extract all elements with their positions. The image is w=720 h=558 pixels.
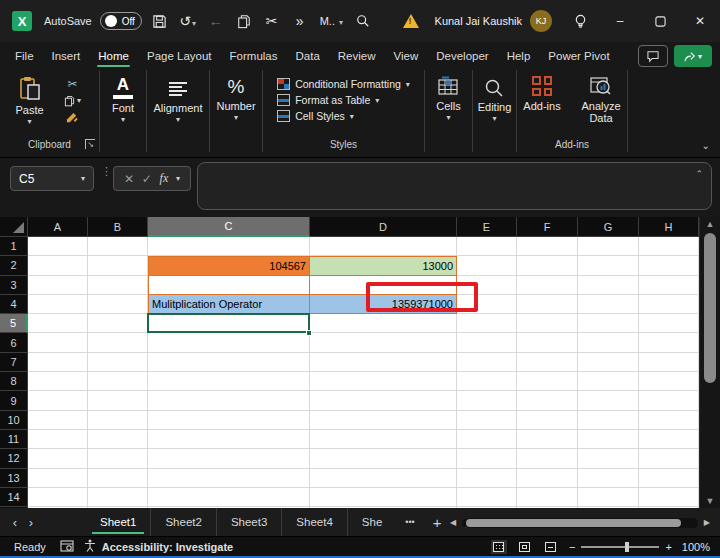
cell-C14[interactable] bbox=[148, 488, 310, 507]
scroll-down-icon[interactable]: ▼ bbox=[700, 494, 720, 508]
column-header-A[interactable]: A bbox=[28, 217, 88, 237]
zoom-slider-thumb[interactable] bbox=[625, 542, 629, 552]
cell-H5[interactable] bbox=[639, 314, 699, 333]
font-button[interactable]: A Font ▾ bbox=[112, 70, 134, 152]
zoom-level[interactable]: 100% bbox=[682, 541, 710, 553]
row-header-14[interactable]: 14 bbox=[0, 488, 28, 507]
cell-A1[interactable] bbox=[28, 237, 88, 256]
comments-button[interactable] bbox=[638, 45, 668, 67]
menu-tab-review[interactable]: Review bbox=[329, 45, 385, 68]
cell-G5[interactable] bbox=[578, 314, 639, 333]
vertical-scroll-thumb[interactable] bbox=[704, 233, 716, 383]
cell-H10[interactable] bbox=[639, 411, 699, 430]
number-button[interactable]: % Number ▾ bbox=[216, 70, 255, 152]
overflow-icon[interactable]: » bbox=[290, 13, 310, 29]
cell-A4[interactable] bbox=[28, 295, 88, 314]
row-header-9[interactable]: 9 bbox=[0, 391, 28, 410]
cell-D10[interactable] bbox=[310, 411, 457, 430]
close-button[interactable]: ✕ bbox=[680, 0, 720, 42]
copy-icon[interactable] bbox=[234, 14, 254, 29]
cell-A10[interactable] bbox=[28, 411, 88, 430]
cell-E7[interactable] bbox=[457, 353, 517, 372]
cell-G8[interactable] bbox=[578, 372, 639, 391]
cell-A13[interactable] bbox=[28, 469, 88, 488]
cell-E12[interactable] bbox=[457, 449, 517, 468]
cell-D4[interactable]: 1359371000 bbox=[310, 295, 457, 314]
format-painter-button[interactable] bbox=[66, 112, 79, 124]
cell-F2[interactable] bbox=[517, 256, 578, 275]
menu-tab-power-pivot[interactable]: Power Pivot bbox=[539, 45, 618, 68]
user-name[interactable]: Kunal Jai Kaushik bbox=[435, 15, 522, 27]
cell-D7[interactable] bbox=[310, 353, 457, 372]
column-header-H[interactable]: H bbox=[639, 217, 699, 237]
menu-tab-data[interactable]: Data bbox=[287, 45, 329, 68]
accessibility-status[interactable]: Accessibility: Investigate bbox=[102, 541, 233, 553]
cell-D13[interactable] bbox=[310, 469, 457, 488]
menu-tab-view[interactable]: View bbox=[385, 45, 428, 68]
page-break-view-icon[interactable] bbox=[543, 540, 559, 554]
cell-E1[interactable] bbox=[457, 237, 517, 256]
page-layout-view-icon[interactable] bbox=[517, 540, 533, 554]
cell-C10[interactable] bbox=[148, 411, 310, 430]
cell-E4[interactable] bbox=[457, 295, 517, 314]
conditional-formatting-button[interactable]: Conditional Formatting ▾ bbox=[277, 78, 410, 90]
cell-F10[interactable] bbox=[517, 411, 578, 430]
name-box-dropdown-icon[interactable]: ▾ bbox=[81, 174, 85, 183]
cell-F12[interactable] bbox=[517, 449, 578, 468]
cell-A8[interactable] bbox=[28, 372, 88, 391]
row-header-3[interactable]: 3 bbox=[0, 276, 28, 295]
cell-B7[interactable] bbox=[88, 353, 148, 372]
cell-B12[interactable] bbox=[88, 449, 148, 468]
cell-C4[interactable]: Mulitplication Operator bbox=[148, 295, 310, 314]
sheet-tab-sheet2[interactable]: Sheet2 bbox=[151, 508, 216, 536]
row-header-4[interactable]: 4 bbox=[0, 295, 28, 314]
number-dropdown-icon[interactable]: ▾ bbox=[234, 113, 238, 122]
format-as-table-button[interactable]: Format as Table ▾ bbox=[277, 94, 379, 106]
undo-icon[interactable]: ↺▾ bbox=[178, 13, 198, 29]
row-header-7[interactable]: 7 bbox=[0, 353, 28, 372]
cell-A7[interactable] bbox=[28, 353, 88, 372]
cell-F9[interactable] bbox=[517, 391, 578, 410]
cell-G4[interactable] bbox=[578, 295, 639, 314]
cell-B3[interactable] bbox=[88, 276, 148, 295]
cell-C12[interactable] bbox=[148, 449, 310, 468]
cell-D2[interactable]: 13000 bbox=[310, 256, 457, 275]
cell-G14[interactable] bbox=[578, 488, 639, 507]
cell-D6[interactable] bbox=[310, 333, 457, 352]
menu-tab-help[interactable]: Help bbox=[498, 45, 540, 68]
hscroll-left-icon[interactable]: ◀ bbox=[450, 518, 462, 527]
menu-tab-insert[interactable]: Insert bbox=[43, 45, 90, 68]
macro-record-icon[interactable] bbox=[60, 540, 74, 554]
cell-H14[interactable] bbox=[639, 488, 699, 507]
cell-H12[interactable] bbox=[639, 449, 699, 468]
menu-tab-home[interactable]: Home bbox=[89, 45, 138, 68]
cell-G6[interactable] bbox=[578, 333, 639, 352]
cell-G12[interactable] bbox=[578, 449, 639, 468]
user-avatar[interactable]: KJ bbox=[530, 10, 552, 32]
cell-H13[interactable] bbox=[639, 469, 699, 488]
cell-E11[interactable] bbox=[457, 430, 517, 449]
cell-B11[interactable] bbox=[88, 430, 148, 449]
cell-B6[interactable] bbox=[88, 333, 148, 352]
sheet-nav-right-icon[interactable]: › bbox=[16, 515, 46, 530]
cell-A5[interactable] bbox=[28, 314, 88, 333]
column-header-D[interactable]: D bbox=[310, 217, 457, 237]
cell-A2[interactable] bbox=[28, 256, 88, 275]
sheet-tab-she[interactable]: She bbox=[348, 508, 396, 536]
insert-function-icon[interactable]: fx bbox=[160, 171, 169, 186]
cell-C6[interactable] bbox=[148, 333, 310, 352]
formula-input[interactable]: ⌃ bbox=[197, 162, 712, 210]
cell-G2[interactable] bbox=[578, 256, 639, 275]
formula-bar-drag-handle[interactable]: ⋮ bbox=[101, 168, 109, 175]
cell-H6[interactable] bbox=[639, 333, 699, 352]
cell-G9[interactable] bbox=[578, 391, 639, 410]
vertical-scrollbar[interactable]: ▲ ▼ bbox=[699, 217, 720, 508]
cell-E9[interactable] bbox=[457, 391, 517, 410]
cell-B8[interactable] bbox=[88, 372, 148, 391]
cell-E6[interactable] bbox=[457, 333, 517, 352]
cell-G1[interactable] bbox=[578, 237, 639, 256]
cell-B1[interactable] bbox=[88, 237, 148, 256]
cells-button[interactable]: Cells ▾ bbox=[436, 70, 460, 152]
column-header-E[interactable]: E bbox=[457, 217, 517, 237]
cell-C13[interactable] bbox=[148, 469, 310, 488]
